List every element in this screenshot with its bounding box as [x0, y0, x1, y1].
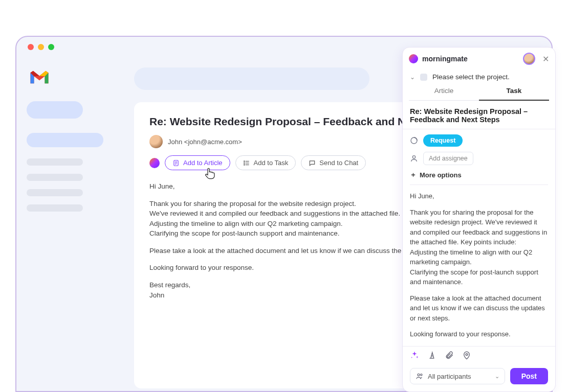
- tab-task[interactable]: Task: [479, 83, 549, 101]
- task-greeting: Hi June,: [410, 191, 548, 201]
- panel-task-body[interactable]: Hi June, Thank you for sharing the propo…: [403, 185, 555, 346]
- task-line: Looking forward to your response.: [410, 329, 548, 339]
- morningmate-panel: morningmate ✕ ⌄ Please select the projec…: [402, 47, 556, 392]
- gmail-logo-icon: [29, 68, 50, 86]
- svg-point-8: [244, 163, 244, 163]
- participants-dropdown[interactable]: All participants ⌄: [410, 368, 505, 384]
- project-color-swatch: [420, 74, 427, 81]
- search-bar-placeholder[interactable]: [134, 67, 369, 90]
- status-icon: [410, 136, 418, 145]
- text-format-icon[interactable]: [427, 351, 436, 360]
- plus-icon: ＋: [410, 170, 417, 179]
- chevron-down-icon: ⌄: [495, 373, 499, 380]
- inbox-item-placeholder[interactable]: [27, 133, 103, 147]
- gmail-sidebar: [16, 57, 134, 391]
- request-label: Request: [430, 137, 455, 144]
- request-status-button[interactable]: Request: [423, 134, 463, 147]
- project-selector[interactable]: ⌄ Please select the project.: [403, 70, 555, 83]
- chevron-down-icon: ⌄: [410, 74, 415, 81]
- svg-point-13: [418, 374, 420, 376]
- post-label: Post: [521, 372, 537, 380]
- user-avatar[interactable]: [523, 53, 535, 65]
- pointer-cursor-icon: [203, 167, 216, 180]
- attachment-icon[interactable]: [445, 351, 454, 360]
- person-icon: [410, 154, 418, 163]
- sender-text: John <john@acme.com>: [168, 138, 242, 146]
- svg-point-11: [412, 156, 415, 158]
- morningmate-logo-icon: [409, 54, 418, 63]
- morningmate-badge-icon: [149, 158, 160, 168]
- panel-footer: All participants ⌄ Post: [403, 364, 555, 391]
- add-to-article-label: Add to Article: [183, 159, 223, 167]
- people-icon: [416, 372, 424, 380]
- tab-article[interactable]: Article: [409, 83, 479, 101]
- editor-toolbar: [403, 346, 555, 364]
- sidebar-item-placeholder[interactable]: [27, 189, 83, 196]
- assignee-input[interactable]: Add assignee: [423, 152, 473, 165]
- project-selector-label: Please select the project.: [432, 73, 510, 81]
- article-icon: [172, 159, 180, 167]
- chat-icon: [309, 159, 316, 167]
- svg-point-9: [244, 164, 244, 165]
- svg-point-12: [466, 354, 468, 356]
- more-options-toggle[interactable]: ＋ More options: [410, 170, 548, 179]
- participants-label: All participants: [428, 373, 471, 380]
- task-line: Thank you for sharing the proposal for t…: [410, 209, 547, 246]
- close-window-button[interactable]: [28, 44, 34, 50]
- task-list-icon: [243, 159, 250, 167]
- more-options-label: More options: [420, 171, 462, 179]
- panel-close-button[interactable]: ✕: [542, 54, 549, 64]
- sidebar-item-placeholder[interactable]: [27, 158, 83, 166]
- panel-task-title: Re: Website Redesign Proposal – Feedback…: [403, 101, 555, 129]
- svg-point-7: [244, 160, 244, 161]
- sender-avatar: [149, 135, 163, 148]
- location-icon[interactable]: [462, 351, 471, 360]
- compose-button-placeholder[interactable]: [27, 101, 83, 119]
- task-line: Clarifying the scope for post-launch sup…: [410, 268, 538, 286]
- minimize-window-button[interactable]: [38, 44, 44, 50]
- panel-brand-text: morningmate: [422, 55, 468, 63]
- panel-tabs: Article Task: [403, 83, 555, 101]
- task-line: Adjusting the timeline to align with our…: [410, 248, 532, 266]
- sidebar-item-placeholder[interactable]: [27, 174, 83, 181]
- add-to-task-label: Add to Task: [254, 159, 289, 167]
- panel-controls: Request Add assignee ＋ More options: [403, 129, 555, 179]
- task-line: Please take a look at the attached docum…: [410, 293, 548, 324]
- add-to-task-button[interactable]: Add to Task: [235, 155, 296, 170]
- svg-point-14: [421, 374, 422, 376]
- post-button[interactable]: Post: [510, 368, 548, 384]
- sparkle-ai-icon[interactable]: [410, 351, 419, 360]
- panel-header: morningmate ✕: [403, 48, 555, 70]
- tab-task-label: Task: [507, 87, 522, 95]
- sidebar-item-placeholder[interactable]: [27, 204, 83, 212]
- tab-article-label: Article: [434, 87, 454, 95]
- add-to-article-button[interactable]: Add to Article: [165, 155, 230, 170]
- maximize-window-button[interactable]: [48, 44, 54, 50]
- send-to-chat-button[interactable]: Send to Chat: [301, 155, 366, 170]
- assignee-placeholder: Add assignee: [429, 155, 468, 162]
- send-to-chat-label: Send to Chat: [319, 159, 358, 167]
